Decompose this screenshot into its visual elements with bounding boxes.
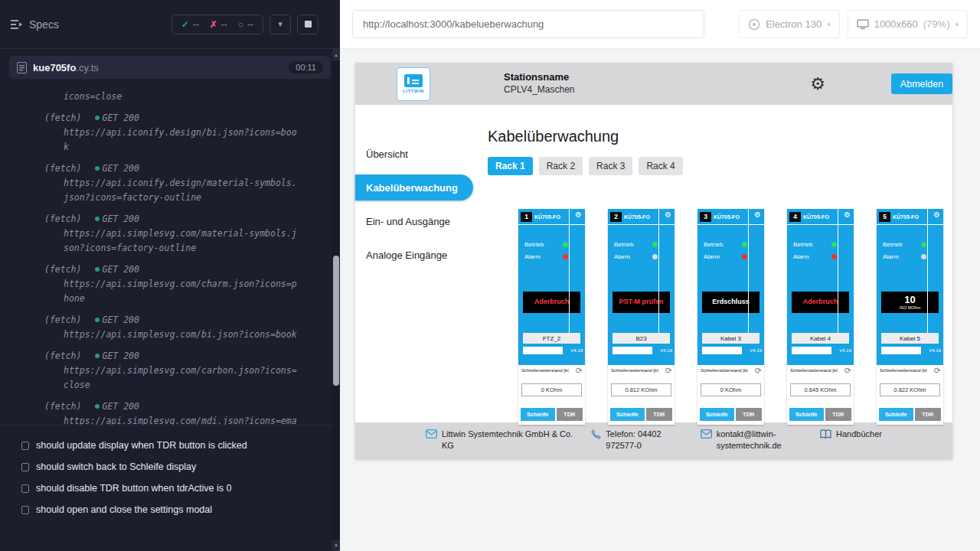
fetch-log-entry[interactable]: (fetch)GET 200 https://api.simplesvg.com… bbox=[44, 349, 340, 393]
rack-tabs: Rack 1 Rack 2 Rack 3 Rack 4 bbox=[488, 157, 952, 175]
device-card-4: 4 KÜ705-FO ⚙ Betrieb Alarm Aderbruch bbox=[787, 209, 854, 425]
specs-toggle-button[interactable]: Specs bbox=[11, 18, 59, 31]
nav-item-uebersicht[interactable]: Übersicht bbox=[355, 141, 474, 167]
card-number: 1 bbox=[521, 212, 532, 222]
test-list: should update display when TDR button is… bbox=[0, 425, 340, 520]
test-icon bbox=[21, 484, 29, 493]
aut-area: http://localhost:3000/kabelueberwachung … bbox=[340, 0, 980, 551]
card-gear-icon[interactable]: ⚙ bbox=[575, 211, 582, 219]
tdr-button[interactable]: TDR bbox=[646, 408, 672, 421]
spare-field bbox=[881, 347, 921, 354]
refresh-icon[interactable]: ⟳ bbox=[844, 366, 851, 376]
alarm-indicator: Alarm bbox=[704, 253, 747, 260]
viewport-select[interactable]: 1000x660 (79%) ▾ bbox=[848, 10, 968, 38]
stat-failed: ✗-- bbox=[210, 19, 227, 30]
refresh-icon[interactable]: ⟳ bbox=[755, 366, 762, 376]
card-gear-icon[interactable]: ⚙ bbox=[933, 211, 940, 219]
main-content: Kabelüberwachung Rack 1 Rack 2 Rack 3 Ra… bbox=[474, 105, 952, 422]
spare-field bbox=[792, 347, 831, 354]
test-item[interactable]: should open and close the settings modal bbox=[21, 499, 332, 520]
scroll-down-arrow[interactable]: ▼ bbox=[332, 540, 340, 551]
test-icon bbox=[21, 442, 29, 450]
schleife-button[interactable]: Schleife bbox=[610, 408, 645, 421]
refresh-icon[interactable]: ⟳ bbox=[665, 366, 672, 376]
test-icon bbox=[21, 463, 29, 471]
test-icon bbox=[21, 506, 29, 514]
book-icon bbox=[820, 429, 831, 439]
alarm-indicator: Alarm bbox=[793, 253, 837, 260]
aut-stage: LITTWIN Stationsname CPLV4_Maschen ⚙ Abm… bbox=[340, 49, 980, 551]
betrieb-led bbox=[652, 242, 658, 247]
card-model: KÜ705-FO bbox=[534, 214, 560, 220]
measurement-label: Schleifenwiderstand [kOhm] bbox=[880, 368, 927, 373]
phone-icon bbox=[591, 429, 601, 439]
fetch-log-entry[interactable]: (fetch)GET 200 https://api.simplesvg.com… bbox=[44, 313, 340, 342]
alarm-led bbox=[742, 254, 747, 259]
status-display: PST-M prüfen bbox=[612, 292, 670, 313]
card-gear-icon[interactable]: ⚙ bbox=[665, 211, 671, 219]
measurement-value: 0.645 KOhm bbox=[790, 383, 851, 396]
mode-buttons: Schleife TDR bbox=[700, 408, 762, 421]
measurement-panel: Schleifenwiderstand [kOhm] ⟳ 0.812 KOhm … bbox=[608, 365, 675, 425]
nav-item-kabelueberwachung[interactable]: Kabelüberwachung bbox=[355, 174, 473, 201]
run-controls: ✓-- ✗-- ○-- ▾ bbox=[172, 15, 318, 34]
url-input[interactable]: http://localhost:3000/kabelueberwachung bbox=[352, 10, 704, 38]
status-display: Aderbruch bbox=[792, 292, 849, 313]
schleife-button[interactable]: Schleife bbox=[789, 408, 824, 421]
settings-gear-icon[interactable]: ⚙ bbox=[810, 76, 825, 93]
tab-rack-1[interactable]: Rack 1 bbox=[488, 157, 533, 175]
refresh-icon[interactable]: ⟳ bbox=[934, 366, 941, 376]
card-model: KÜ705-FO bbox=[803, 214, 829, 220]
scrollbar-thumb[interactable] bbox=[333, 256, 339, 386]
test-item[interactable]: should disable TDR button when tdrActive… bbox=[21, 478, 332, 499]
measurement-label: Schleifenwiderstand [kOhm] bbox=[790, 368, 838, 373]
stat-pending: ○-- bbox=[238, 19, 253, 30]
card-gear-icon[interactable]: ⚙ bbox=[754, 211, 761, 219]
stop-run-button[interactable] bbox=[297, 15, 318, 34]
scroll-up-arrow[interactable]: ▲ bbox=[332, 49, 340, 60]
alarm-indicator: Alarm bbox=[524, 253, 568, 260]
footer-email[interactable]: kontakt@littwin-systemtechnik.de bbox=[701, 429, 802, 452]
logout-button[interactable]: Abmelden bbox=[891, 73, 952, 94]
app-header: LITTWIN Stationsname CPLV4_Maschen ⚙ Abm… bbox=[355, 63, 952, 105]
alarm-indicator: Alarm bbox=[614, 253, 658, 260]
refresh-icon[interactable]: ⟳ bbox=[576, 366, 583, 376]
card-gear-icon[interactable]: ⚙ bbox=[844, 211, 851, 219]
nav-item-ein-und-ausgaenge[interactable]: Ein- und Ausgänge bbox=[355, 208, 474, 234]
status-dot-icon bbox=[95, 267, 100, 272]
station-label: Stationsname bbox=[504, 71, 575, 84]
status-display: Erdschluss bbox=[702, 292, 760, 313]
tab-rack-4[interactable]: Rack 4 bbox=[639, 157, 682, 175]
app-footer: Littwin Systemtechnik GmbH & Co. KG Tele… bbox=[355, 422, 952, 459]
cross-icon: ✗ bbox=[210, 19, 217, 30]
log-url: https://api.simplesvg.com/material-symbo… bbox=[44, 227, 297, 256]
firmware-version: V4.19 bbox=[750, 348, 762, 353]
tdr-button[interactable]: TDR bbox=[825, 408, 851, 421]
footer-manuals[interactable]: Handbücher bbox=[820, 429, 882, 440]
test-item[interactable]: should update display when TDR button is… bbox=[21, 435, 332, 456]
tdr-button[interactable]: TDR bbox=[736, 408, 762, 421]
schleife-button[interactable]: Schleife bbox=[700, 408, 734, 421]
tab-rack-3[interactable]: Rack 3 bbox=[589, 157, 632, 175]
collapse-button[interactable]: ▾ bbox=[270, 15, 291, 34]
nav-item-analoge-eingaenge[interactable]: Analoge Eingänge bbox=[355, 242, 474, 268]
chevron-down-icon: ▾ bbox=[278, 19, 283, 29]
tdr-button[interactable]: TDR bbox=[557, 408, 583, 421]
tab-rack-2[interactable]: Rack 2 bbox=[539, 157, 583, 175]
fetch-log-entry[interactable]: (fetch)GET 200 https://api.simplesvg.com… bbox=[44, 399, 340, 425]
browser-select[interactable]: Electron 130 ▾ bbox=[739, 10, 840, 38]
version-row: V4.19 bbox=[523, 346, 583, 354]
tdr-button[interactable]: TDR bbox=[915, 408, 941, 421]
status-dot-icon bbox=[95, 318, 100, 322]
reporter-scrollbar[interactable]: ▲ ▼ bbox=[332, 49, 340, 551]
schleife-button[interactable]: Schleife bbox=[521, 408, 555, 421]
spec-file-row[interactable]: kue705fo.cy.ts 00:11 bbox=[9, 56, 331, 79]
stop-icon bbox=[305, 21, 312, 28]
schleife-button[interactable]: Schleife bbox=[879, 408, 913, 421]
test-item[interactable]: should switch back to Schleife display bbox=[21, 456, 332, 478]
fetch-log-entry[interactable]: (fetch)GET 200 https://api.iconify.desig… bbox=[44, 111, 340, 155]
fetch-log-entry[interactable]: (fetch)GET 200 https://api.iconify.desig… bbox=[44, 161, 340, 205]
fetch-log-entry[interactable]: (fetch)GET 200 https://api.simplesvg.com… bbox=[44, 262, 340, 306]
cable-name: B23 bbox=[612, 333, 670, 344]
fetch-log-entry[interactable]: (fetch)GET 200 https://api.simplesvg.com… bbox=[44, 212, 340, 256]
